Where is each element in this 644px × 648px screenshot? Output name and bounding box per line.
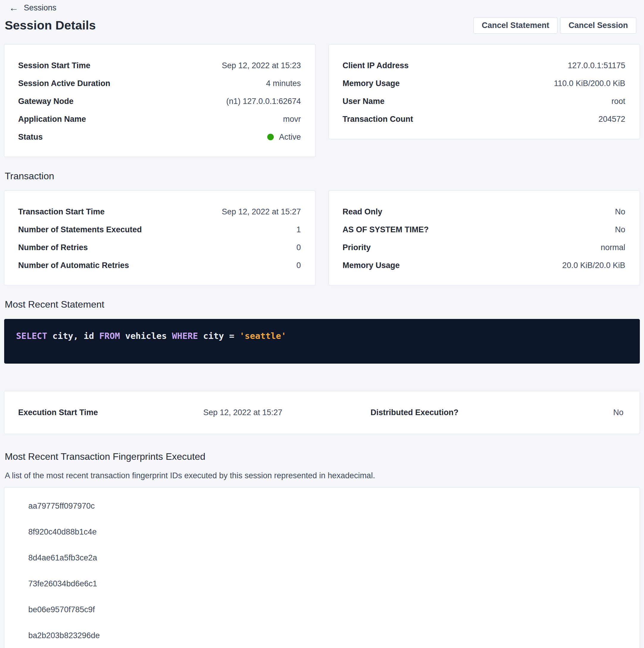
distributed-execution-label: Distributed Execution?: [370, 408, 459, 417]
status-label: Status: [18, 132, 43, 142]
transaction-memory-usage-row: Memory Usage 20.0 KiB/20.0 KiB: [343, 256, 625, 274]
as-of-system-time-label: AS OF SYSTEM TIME?: [343, 225, 429, 234]
execution-card: Execution Start Time Sep 12, 2022 at 15:…: [4, 391, 640, 434]
client-ip-value: 127.0.0.1:51175: [568, 61, 625, 70]
transaction-section-heading: Transaction: [5, 171, 644, 182]
fingerprint-item: be06e9570f785c9f: [28, 597, 625, 623]
application-name-value: movr: [283, 115, 301, 124]
session-active-duration-value: 4 minutes: [266, 79, 301, 88]
user-name-row: User Name root: [343, 92, 625, 110]
session-start-time-value: Sep 12, 2022 at 15:23: [222, 61, 301, 70]
read-only-row: Read Only No: [343, 203, 625, 221]
sql-keyword-where: WHERE: [172, 331, 198, 341]
fingerprints-description: A list of the most recent transaction fi…: [5, 471, 644, 480]
header-actions: Cancel Statement Cancel Session: [473, 17, 636, 34]
execution-start-time-value: Sep 12, 2022 at 15:27: [203, 408, 370, 417]
sql-string-literal: 'seattle': [240, 331, 286, 341]
status-row: Status Active: [18, 128, 301, 146]
automatic-retries-row: Number of Automatic Retries 0: [18, 256, 301, 274]
as-of-system-time-row: AS OF SYSTEM TIME? No: [343, 221, 625, 238]
read-only-value: No: [615, 207, 625, 216]
as-of-system-time-value: No: [615, 225, 625, 234]
retries-value: 0: [296, 243, 301, 252]
gateway-node-row: Gateway Node (n1) 127.0.0.1:62674: [18, 92, 301, 110]
statements-executed-value: 1: [296, 225, 301, 234]
transaction-memory-usage-value: 20.0 KiB/20.0 KiB: [562, 261, 625, 270]
transaction-start-time-row: Transaction Start Time Sep 12, 2022 at 1…: [18, 203, 301, 221]
page-title: Session Details: [5, 18, 96, 33]
cancel-session-button[interactable]: Cancel Session: [560, 17, 636, 34]
back-to-sessions-link[interactable]: ← Sessions: [9, 3, 57, 12]
sql-keyword-from: FROM: [99, 331, 120, 341]
gateway-node-label: Gateway Node: [18, 97, 73, 106]
gateway-node-link[interactable]: (n1) 127.0.0.1:62674: [226, 97, 301, 106]
fingerprints-section-heading: Most Recent Transaction Fingerprints Exe…: [5, 451, 644, 462]
fingerprint-item: 8f920c40d88b1c4e: [28, 519, 625, 545]
fingerprint-item: aa79775ff097970c: [28, 493, 625, 519]
execution-start-time-label: Execution Start Time: [18, 408, 203, 417]
session-start-time-label: Session Start Time: [18, 61, 91, 70]
transaction-count-value: 204572: [598, 115, 625, 124]
retries-label: Number of Retries: [18, 243, 88, 252]
sql-condition: city =: [198, 331, 240, 341]
session-active-duration-row: Session Active Duration 4 minutes: [18, 74, 301, 92]
most-recent-statement-heading: Most Recent Statement: [5, 299, 644, 310]
client-ip-label: Client IP Address: [343, 61, 409, 70]
fingerprint-item: 73fe26034bd6e6c1: [28, 571, 625, 597]
transaction-stats-card: Transaction Start Time Sep 12, 2022 at 1…: [4, 191, 315, 285]
status-value: Active: [279, 132, 301, 142]
session-info-card: Session Start Time Sep 12, 2022 at 15:23…: [4, 44, 315, 157]
back-link-label: Sessions: [24, 3, 57, 12]
retries-row: Number of Retries 0: [18, 238, 301, 256]
transaction-count-row: Transaction Count 204572: [343, 110, 625, 128]
sql-table: vehicles: [120, 331, 172, 341]
user-name-value: root: [611, 97, 625, 106]
application-name-label: Application Name: [18, 115, 86, 124]
priority-row: Priority normal: [343, 238, 625, 256]
distributed-execution-value: No: [613, 408, 624, 417]
user-name-label: User Name: [343, 97, 385, 106]
sql-statement-box: SELECT city, id FROM vehicles WHERE city…: [4, 319, 640, 364]
fingerprint-item: 8d4ae61a5fb3ce2a: [28, 545, 625, 571]
application-name-row: Application Name movr: [18, 110, 301, 128]
client-info-card: Client IP Address 127.0.0.1:51175 Memory…: [329, 44, 640, 139]
session-start-time-row: Session Start Time Sep 12, 2022 at 15:23: [18, 57, 301, 74]
transaction-start-time-value: Sep 12, 2022 at 15:27: [222, 207, 301, 216]
back-arrow-icon: ←: [9, 3, 18, 12]
transaction-props-card: Read Only No AS OF SYSTEM TIME? No Prior…: [329, 191, 640, 285]
status-badge: Active: [267, 132, 301, 142]
session-overview-grid: Session Start Time Sep 12, 2022 at 15:23…: [4, 44, 640, 157]
sql-columns: city, id: [47, 331, 99, 341]
client-ip-row: Client IP Address 127.0.0.1:51175: [343, 57, 625, 74]
statements-executed-row: Number of Statements Executed 1: [18, 221, 301, 238]
status-active-dot-icon: [267, 134, 274, 140]
cancel-statement-button[interactable]: Cancel Statement: [473, 17, 558, 34]
read-only-label: Read Only: [343, 207, 383, 216]
statements-executed-label: Number of Statements Executed: [18, 225, 142, 234]
transaction-count-label: Transaction Count: [343, 115, 413, 124]
sql-keyword-select: SELECT: [16, 331, 47, 341]
session-active-duration-label: Session Active Duration: [18, 79, 110, 88]
transaction-grid: Transaction Start Time Sep 12, 2022 at 1…: [4, 191, 640, 285]
session-memory-usage-value: 110.0 KiB/200.0 KiB: [554, 79, 625, 88]
automatic-retries-label: Number of Automatic Retries: [18, 261, 129, 270]
transaction-memory-usage-label: Memory Usage: [343, 261, 400, 270]
session-memory-usage-label: Memory Usage: [343, 79, 400, 88]
priority-label: Priority: [343, 243, 371, 252]
session-memory-usage-row: Memory Usage 110.0 KiB/200.0 KiB: [343, 74, 625, 92]
fingerprint-item: ba2b203b823296de: [28, 623, 625, 648]
fingerprints-card: aa79775ff097970c 8f920c40d88b1c4e 8d4ae6…: [4, 487, 640, 648]
transaction-start-time-label: Transaction Start Time: [18, 207, 105, 216]
priority-value: normal: [600, 243, 625, 252]
page-header: Session Details Cancel Statement Cancel …: [5, 17, 636, 34]
automatic-retries-value: 0: [296, 261, 301, 270]
